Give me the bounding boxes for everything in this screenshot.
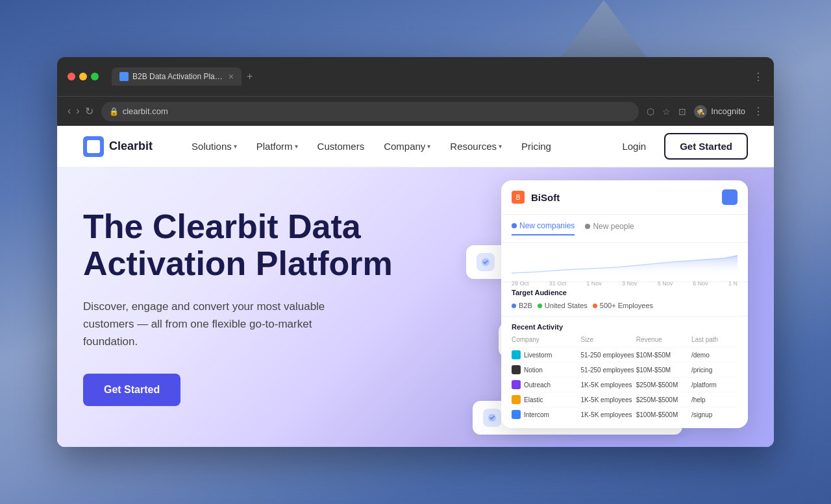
table-row: Intercom 1K-5K employees $100M-$500M /si… (512, 407, 738, 422)
get-started-nav-button[interactable]: Get Started (664, 133, 748, 160)
livestorm-path: /demo (691, 352, 738, 359)
chart-label-5: 5 Nov (658, 280, 673, 287)
company-cell-elastic: Elastic (512, 395, 581, 404)
new-tab-button[interactable]: + (247, 71, 253, 82)
dashboard-tabs: New companies New people (501, 215, 748, 243)
refresh-button[interactable]: ↻ (85, 105, 93, 117)
platform-chevron-icon: ▾ (295, 143, 298, 150)
dashboard-tab-companies[interactable]: New companies (512, 221, 575, 235)
tag-employees-label: 500+ Employees (600, 302, 653, 309)
intercom-size: 1K-5K employees (581, 411, 636, 418)
nav-company[interactable]: Company ▾ (376, 136, 438, 157)
people-tab-indicator (585, 224, 590, 229)
chart-label-3: 1 Nov (586, 280, 602, 287)
logo[interactable]: Clearbit (83, 136, 153, 157)
outreach-name: Outreach (524, 381, 551, 389)
incognito-icon: 🕵 (694, 105, 707, 118)
company-chevron-icon: ▾ (427, 143, 430, 150)
nav-pricing[interactable]: Pricing (514, 136, 559, 157)
table-row: Notion 51-250 employees $10M-$50M /prici… (512, 362, 738, 377)
tag-b2b-dot (512, 304, 516, 308)
notion-icon (512, 365, 521, 374)
intercom-revenue: $100M-$500M (636, 411, 691, 418)
company-cell-outreach: Outreach (512, 380, 581, 389)
security-icon: 🔒 (109, 107, 119, 116)
notion-size: 51-250 employees (581, 366, 636, 374)
chart-svg (512, 250, 738, 276)
incognito-button[interactable]: 🕵 Incognito (694, 105, 745, 118)
resources-chevron-icon: ▾ (499, 143, 502, 150)
table-header: Company Size Revenue Last path (512, 336, 738, 343)
hero-title: The Clearbit Data Activation Platform (83, 208, 408, 282)
cast-icon[interactable]: ⬡ (647, 106, 654, 117)
forward-button[interactable]: › (76, 105, 79, 117)
dashboard-tab-people[interactable]: New people (585, 221, 634, 235)
browser-chrome: B2B Data Activation Platform × + ⋮ (57, 57, 774, 96)
recent-activity-table: Recent Activity Company Size Revenue Las… (501, 316, 748, 428)
dashboard-card: B BiSoft New companies New peop (501, 180, 748, 428)
tab-close-icon[interactable]: × (229, 71, 234, 82)
elastic-name: Elastic (524, 396, 543, 403)
close-button[interactable] (68, 73, 75, 80)
address-bar-actions: ⬡ ☆ ⊡ 🕵 Incognito ⋮ (647, 105, 763, 118)
svg-rect-2 (93, 146, 99, 152)
nav-solutions[interactable]: Solutions ▾ (184, 136, 245, 157)
back-button[interactable]: ‹ (68, 105, 71, 117)
outreach-revenue: $250M-$500M (636, 381, 691, 389)
url-text: clearbit.com (123, 106, 168, 116)
intercom-name: Intercom (524, 411, 549, 418)
people-tab-label: New people (593, 222, 634, 231)
navbar: Clearbit Solutions ▾ Platform ▾ Customer… (57, 126, 774, 167)
incognito-label: Incognito (711, 106, 745, 116)
solutions-chevron-icon: ▾ (234, 143, 237, 150)
address-bar[interactable]: 🔒 clearbit.com (101, 102, 639, 121)
audience-tags: B2B United States 500+ Employees (512, 302, 738, 309)
browser-controls-right: ⋮ (753, 71, 763, 83)
minimize-button[interactable] (79, 73, 87, 80)
bookmark-icon[interactable]: ☆ (662, 106, 671, 117)
tag-employees-dot (593, 304, 597, 308)
tab-bar: B2B Data Activation Platform × + (112, 67, 253, 86)
companies-tab-label: New companies (519, 221, 575, 230)
solutions-label: Solutions (192, 141, 232, 152)
livestorm-icon (512, 350, 521, 359)
intercom-icon (512, 410, 521, 419)
hero-section: The Clearbit Data Activation Platform Di… (57, 167, 774, 447)
resources-label: Resources (450, 141, 497, 152)
target-audience-title: Target Audience (512, 289, 738, 296)
hero-cta-button[interactable]: Get Started (83, 374, 180, 406)
tab-title: B2B Data Activation Platform (132, 72, 225, 81)
svg-rect-1 (88, 141, 94, 147)
tab-favicon (119, 72, 129, 81)
outreach-path: /platform (691, 381, 738, 389)
profile-icon[interactable]: ⊡ (678, 106, 686, 117)
traffic-lights (68, 73, 99, 80)
elastic-icon (512, 395, 521, 404)
tag-us: United States (538, 302, 588, 309)
nav-actions: Login Get Started (614, 133, 748, 160)
active-tab[interactable]: B2B Data Activation Platform × (112, 67, 242, 86)
hero-visuals: Outbound sequences updated Prospect ad a… (447, 167, 748, 447)
dashboard-header: B BiSoft (501, 180, 748, 215)
hero-subtitle: Discover, engage and convert your most v… (83, 298, 356, 351)
logo-icon (83, 136, 104, 157)
col-size: Size (581, 336, 636, 343)
login-button[interactable]: Login (614, 136, 654, 157)
brand-icon: B (512, 191, 525, 204)
dashboard-company-name: BiSoft (531, 192, 560, 203)
nav-platform[interactable]: Platform ▾ (249, 136, 306, 157)
browser-window: B2B Data Activation Platform × + ⋮ ‹ › ↻… (57, 57, 774, 447)
browser-menu-icon[interactable]: ⋮ (753, 105, 763, 117)
tag-us-label: United States (545, 302, 588, 309)
company-cell-intercom: Intercom (512, 410, 581, 419)
livestorm-name: Livestorm (524, 352, 552, 359)
tag-us-dot (538, 304, 542, 308)
elastic-path: /help (691, 396, 738, 403)
address-bar-row: ‹ › ↻ 🔒 clearbit.com ⬡ ☆ ⊡ 🕵 Incognito ⋮ (57, 96, 774, 126)
maximize-button[interactable] (91, 73, 99, 80)
nav-customers[interactable]: Customers (310, 136, 373, 157)
menu-icon[interactable]: ⋮ (753, 71, 763, 83)
notion-name: Notion (524, 366, 543, 374)
hero-content: The Clearbit Data Activation Platform Di… (83, 208, 447, 407)
nav-resources[interactable]: Resources ▾ (442, 136, 510, 157)
